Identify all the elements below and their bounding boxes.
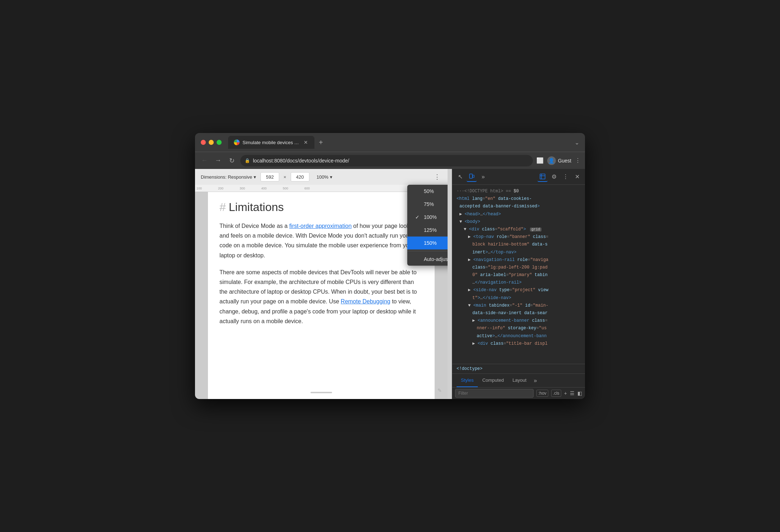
zoom-label-50: 50% — [424, 188, 434, 194]
html-line-sidenav[interactable]: ▶ <side-nav type="project" view — [454, 286, 584, 294]
svg-rect-0 — [470, 174, 472, 178]
toolbar-more-button[interactable]: ⋮ — [432, 171, 442, 182]
tab-close-icon[interactable]: ✕ — [303, 139, 309, 146]
device-toolbar: Dimensions: Responsive ▾ × 100% ▾ ⋮ 50% — [195, 169, 448, 185]
filter-input[interactable] — [455, 389, 534, 398]
html-line-scaffold[interactable]: ▼ <div class="scaffold"> grid — [454, 226, 584, 233]
zoom-divider — [407, 251, 448, 251]
page-scroll-indicator: ✎ — [437, 387, 442, 393]
paragraph-1: Think of Device Mode as a first-order ap… — [219, 221, 423, 260]
guest-profile-button[interactable]: 👤 Guest — [547, 156, 571, 165]
guest-avatar-icon: 👤 — [547, 156, 556, 165]
devtools-filter-bar: :hov .cls + ☰ ◧ — [452, 387, 585, 399]
tab-layout[interactable]: Layout — [508, 374, 531, 387]
doctype-line[interactable]: <!doctype> — [452, 364, 585, 374]
html-line-topnav2: block hairline-bottom" data-s — [454, 241, 584, 248]
html-line-main[interactable]: ▼ <main tabindex="-1" id="main- — [454, 302, 584, 309]
zoom-option-auto[interactable]: Auto-adjust zoom — [407, 253, 448, 266]
tab-more-button[interactable]: » — [531, 375, 540, 387]
html-line-navrail4: …</navigation-rail> — [454, 279, 584, 286]
paragraph-2: There are some aspects of mobile devices… — [219, 267, 423, 326]
ruler-mark: 200 — [218, 187, 240, 190]
html-line-announcement[interactable]: ▶ <announcement-banner class= — [454, 317, 584, 325]
link-remote-debug[interactable]: Remote Debugging — [341, 298, 390, 304]
screen-cast-icon[interactable]: ⬜ — [536, 157, 544, 164]
guest-label: Guest — [558, 158, 571, 164]
browser-window: Simulate mobile devices with D ✕ + ⌄ ← →… — [195, 133, 585, 399]
elements-panel-icon[interactable] — [538, 172, 548, 182]
html-line-titlebar[interactable]: ▶ <div class="title-bar displ — [454, 340, 584, 348]
address-bar: ← → ↻ 🔒 localhost:8080/docs/devtools/dev… — [195, 152, 585, 169]
html-line-topnav[interactable]: ▶ <top-nav role="banner" class= — [454, 233, 584, 241]
window-menu-icon[interactable]: ⌄ — [575, 139, 579, 146]
hov-button[interactable]: :hov — [536, 390, 548, 397]
ruler-mark: 100 — [196, 187, 218, 190]
link-first-order[interactable]: first-order approximation — [289, 223, 352, 229]
zoom-label-125: 125% — [424, 227, 437, 233]
back-button[interactable]: ← — [199, 155, 209, 166]
address-input[interactable]: 🔒 localhost:8080/docs/devtools/device-mo… — [240, 155, 533, 166]
cls-button[interactable]: .cls — [551, 390, 561, 397]
tab-computed[interactable]: Computed — [478, 374, 508, 387]
url-text: localhost:8080/docs/devtools/device-mode… — [253, 158, 349, 164]
zoom-label-auto: Auto-adjust zoom — [424, 256, 448, 262]
tab-area: Simulate mobile devices with D ✕ + — [228, 136, 398, 149]
close-traffic-light[interactable] — [201, 140, 206, 145]
devtools-toolbar: ↖ » ⚙ ⋮ ✕ — [452, 169, 585, 185]
zoom-button[interactable]: 100% ▾ — [314, 173, 335, 181]
forward-button[interactable]: → — [213, 155, 223, 166]
html-line-announcement3: active>…</announcement-bann — [454, 332, 584, 340]
ruler-mark: 500 — [283, 187, 304, 190]
toggle-sidebar-icon[interactable]: ◧ — [577, 390, 582, 396]
para1-text: Think of Device Mode as a — [219, 223, 289, 229]
devtools-tabs: Styles Computed Layout » — [452, 374, 585, 387]
hash-symbol: # — [219, 201, 226, 214]
devtools-more-icon[interactable]: ⋮ — [561, 172, 571, 182]
active-tab[interactable]: Simulate mobile devices with D ✕ — [228, 136, 314, 149]
zoom-option-75[interactable]: 75% — [407, 198, 448, 211]
dimension-separator: × — [284, 174, 286, 180]
zoom-option-50[interactable]: 50% — [407, 185, 448, 198]
html-line-navrail[interactable]: ▶ <navigation-rail role="naviga — [454, 256, 584, 264]
height-input[interactable] — [291, 172, 309, 182]
zoom-option-100[interactable]: ✓ 100% — [407, 211, 448, 224]
html-line-doctype: ···<!DOCTYPE html> == $0 — [454, 188, 584, 195]
settings-icon[interactable]: ⚙ — [549, 172, 559, 182]
device-mode-icon[interactable] — [467, 172, 477, 182]
scrollbar-handle[interactable] — [444, 295, 446, 324]
html-line-html[interactable]: <html lang="en" data-cookies- — [454, 195, 584, 203]
close-devtools-icon[interactable]: ✕ — [572, 172, 582, 182]
computed-style-icon[interactable]: ☰ — [570, 390, 575, 396]
zoom-label-150: 150% — [424, 240, 437, 246]
zoom-option-150[interactable]: 150% — [407, 237, 448, 249]
page-content-area: # Limitations Think of Device Mode as a … — [208, 192, 435, 399]
maximize-traffic-light[interactable] — [217, 140, 222, 145]
more-tools-icon[interactable]: » — [478, 172, 488, 182]
html-line-sidenav2: t">…</side-nav> — [454, 294, 584, 302]
zoom-option-125[interactable]: 125% — [407, 224, 448, 237]
html-tree: ···<!DOCTYPE html> == $0 <html lang="en"… — [452, 185, 585, 364]
chrome-menu-icon[interactable]: ⋮ — [575, 157, 581, 164]
page-area: Dimensions: Responsive ▾ × 100% ▾ ⋮ 50% — [195, 169, 448, 399]
ruler-mark: 300 — [240, 187, 261, 190]
html-line-announcement2: nner--info" storage-key="us — [454, 325, 584, 332]
ruler-mark: 600 — [304, 187, 326, 190]
minimize-traffic-light[interactable] — [209, 140, 214, 145]
refresh-button[interactable]: ↻ — [227, 155, 237, 166]
lock-icon: 🔒 — [245, 158, 250, 163]
devtools-panel: ↖ » ⚙ ⋮ ✕ ···<!DOCTYPE html> == $0 — [452, 169, 585, 399]
inspector-icon[interactable]: ↖ — [455, 172, 465, 182]
chrome-favicon-icon — [234, 139, 240, 145]
new-tab-button[interactable]: + — [316, 137, 326, 148]
html-line-body[interactable]: ▼ <body> — [454, 218, 584, 226]
page-heading: # Limitations — [219, 201, 423, 214]
svg-rect-1 — [473, 175, 474, 178]
add-style-icon[interactable]: + — [564, 390, 567, 396]
html-line-navrail3: 0" aria-label="primary" tabin — [454, 271, 584, 279]
width-input[interactable] — [260, 172, 279, 182]
html-line-head[interactable]: ▶ <head>…</head> — [454, 211, 584, 218]
svg-rect-2 — [540, 174, 545, 179]
devtools-bottom: <!doctype> Styles Computed Layout » :hov… — [452, 364, 585, 399]
dimensions-dropdown-arrow[interactable]: ▾ — [254, 174, 256, 180]
tab-styles[interactable]: Styles — [457, 374, 478, 387]
